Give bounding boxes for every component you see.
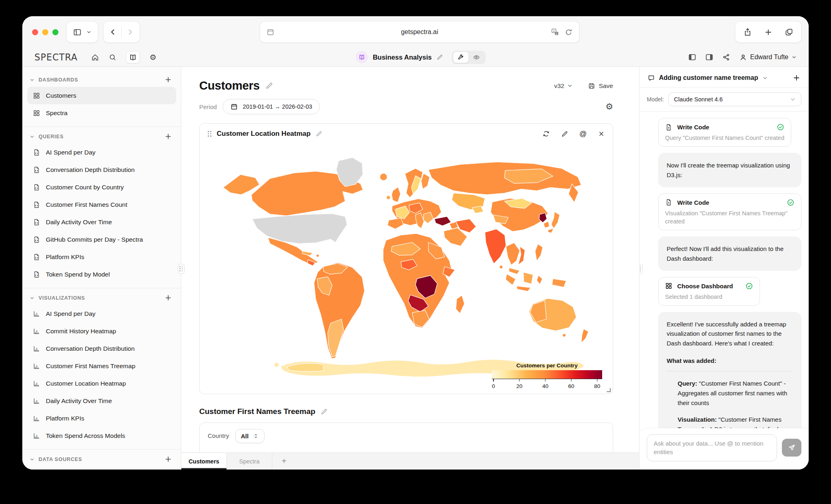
chat-thread-title[interactable]: Adding customer name treemap bbox=[659, 74, 758, 81]
sidebar-item-label: Token Spend Across Models bbox=[46, 432, 125, 440]
forward-icon[interactable] bbox=[126, 28, 134, 36]
add-dashboard-tab-button[interactable]: + bbox=[272, 453, 296, 470]
section-add-button[interactable] bbox=[164, 455, 172, 463]
svg-text:A: A bbox=[553, 30, 555, 33]
section-header[interactable]: QUERIES bbox=[22, 129, 181, 144]
edit-card-title-icon[interactable] bbox=[316, 131, 322, 137]
map-legend: Customers per Country 020406080 bbox=[492, 362, 602, 389]
reload-icon[interactable] bbox=[565, 28, 573, 36]
sidebar-item-platform-kpis[interactable]: Platform KPIs bbox=[27, 410, 176, 427]
tool-name: Write Code bbox=[677, 124, 709, 131]
toggle-right-panel-icon[interactable] bbox=[705, 53, 713, 61]
sidebar-item-ai-spend-per-day[interactable]: AI Spend per Day bbox=[27, 144, 176, 161]
tool-call-card[interactable]: Write CodeQuery "Customer First Names Co… bbox=[658, 118, 791, 147]
dashboard-tab-customers[interactable]: Customers bbox=[181, 453, 227, 470]
success-check-icon bbox=[738, 282, 753, 290]
section-header[interactable]: VISUALIZATIONS bbox=[22, 290, 181, 305]
close-icon[interactable] bbox=[598, 131, 605, 137]
close-window-button[interactable] bbox=[32, 29, 38, 35]
settings-gear-icon[interactable]: ⚙ bbox=[149, 54, 156, 61]
edit-pencil-icon[interactable] bbox=[437, 54, 443, 60]
success-check-icon bbox=[769, 123, 784, 131]
tool-name: Write Code bbox=[677, 199, 709, 206]
sidebar-section-dashboards: DASHBOARDSCustomersSpectra bbox=[22, 70, 181, 124]
edit-chart-icon[interactable] bbox=[561, 131, 568, 137]
sidebar-item-daily-activity-over-time[interactable]: Daily Activity Over Time bbox=[27, 213, 176, 231]
build-mode-button[interactable] bbox=[453, 52, 469, 63]
edit-title-icon[interactable] bbox=[265, 82, 273, 90]
chat-panel-resize-handle[interactable] bbox=[639, 264, 643, 274]
sidebar-item-customers[interactable]: Customers bbox=[27, 87, 176, 104]
world-choropleth-map[interactable]: Customers per Country 020406080 bbox=[200, 142, 613, 394]
sidebar-item-daily-activity-over-time[interactable]: Daily Activity Over Time bbox=[27, 392, 176, 410]
section-header[interactable]: DATA SOURCES bbox=[22, 451, 181, 466]
share-network-icon[interactable] bbox=[722, 53, 730, 61]
sidebar-item-customer-count-by-country[interactable]: Customer Count by Country bbox=[27, 178, 176, 196]
version-dropdown[interactable]: v32 bbox=[554, 82, 573, 90]
legend-title: Customers per Country bbox=[492, 362, 602, 369]
file-plus-icon bbox=[665, 199, 672, 206]
sidebar-item-customer-first-names-count[interactable]: Customer First Names Count bbox=[27, 196, 176, 213]
send-paper-plane-icon bbox=[788, 444, 796, 452]
home-icon[interactable] bbox=[91, 54, 99, 61]
share-icon[interactable] bbox=[743, 28, 752, 36]
dashboard-settings-icon[interactable]: ⚙ bbox=[605, 103, 613, 111]
dashboard-tab-spectra[interactable]: Spectra bbox=[227, 453, 272, 470]
send-button[interactable] bbox=[782, 439, 801, 457]
back-icon[interactable] bbox=[109, 28, 117, 36]
book-open-icon bbox=[129, 54, 137, 61]
sidebar-item-github-commits-per-day-spectra[interactable]: GitHub Commits per Day - Spectra bbox=[27, 231, 176, 248]
sidebar-item-platform-kpis[interactable]: Platform KPIs bbox=[27, 248, 176, 266]
save-button[interactable]: Save bbox=[588, 82, 613, 90]
mention-icon[interactable]: @ bbox=[579, 130, 587, 137]
library-nav-active[interactable] bbox=[126, 51, 140, 63]
sidebar-item-customer-location-heatmap[interactable]: Customer Location Heatmap bbox=[27, 375, 176, 392]
up-down-chevrons-icon bbox=[253, 433, 259, 439]
query-file-icon bbox=[33, 271, 40, 278]
section-add-button[interactable] bbox=[164, 76, 172, 84]
tool-call-card[interactable]: Write CodeVisualization "Customer First … bbox=[658, 193, 801, 231]
tool-call-card[interactable]: Choose DashboardSelected 1 dashboard bbox=[658, 277, 760, 306]
maximize-window-button[interactable] bbox=[52, 29, 58, 35]
toggle-left-panel-icon[interactable] bbox=[688, 53, 696, 61]
sidebar-item-token-spend-by-model[interactable]: Token Spend by Model bbox=[27, 266, 176, 283]
sidebar-item-conversation-depth-distribution[interactable]: Conversation Depth Distribution bbox=[27, 340, 176, 357]
preview-mode-button[interactable] bbox=[469, 52, 484, 63]
sidebar-item-conversation-depth-distribution[interactable]: Conversation Depth Distribution bbox=[27, 161, 176, 178]
section-header[interactable]: DASHBOARDS bbox=[22, 72, 181, 87]
sidebar-item-token-spend-across-models[interactable]: Token Spend Across Models bbox=[27, 427, 176, 444]
country-filter-select[interactable]: All bbox=[235, 429, 265, 443]
model-select[interactable]: Claude Sonnet 4.6 bbox=[668, 92, 801, 106]
assistant-message-rich: Excellent! I've successfully added a tre… bbox=[658, 312, 801, 434]
browser-sidebar-toggle[interactable] bbox=[67, 21, 98, 43]
new-chat-button[interactable] bbox=[792, 74, 801, 82]
sidebar-resize-handle[interactable] bbox=[178, 264, 185, 274]
address-bar[interactable]: getspectra.ai Ax bbox=[260, 21, 579, 43]
bar-chart-icon bbox=[33, 310, 40, 317]
tab-overview-icon[interactable] bbox=[785, 28, 793, 36]
chevron-down-icon bbox=[790, 97, 796, 102]
new-tab-icon[interactable] bbox=[764, 28, 773, 36]
sidebar-item-spectra[interactable]: Spectra bbox=[27, 104, 176, 122]
refresh-icon[interactable] bbox=[543, 130, 550, 137]
tool-result: Visualization "Customer First Names Tree… bbox=[665, 209, 794, 226]
sidebar-item-commit-history-heatmap[interactable]: Commit History Heatmap bbox=[27, 322, 176, 340]
section-add-button[interactable] bbox=[164, 133, 172, 140]
edit-treemap-title-icon[interactable] bbox=[321, 408, 327, 415]
section-add-button[interactable] bbox=[164, 294, 172, 302]
browser-window-actions bbox=[735, 21, 801, 43]
user-menu[interactable]: Edward Tufte bbox=[739, 54, 797, 61]
chat-messages: Write CodeQuery "Customer First Names Co… bbox=[639, 112, 809, 434]
page-title: Customers bbox=[199, 79, 260, 92]
search-icon[interactable] bbox=[109, 54, 116, 61]
sidebar-item-customer-first-names-treemap[interactable]: Customer First Names Treemap bbox=[27, 357, 176, 375]
chat-input[interactable]: Ask about your data... Use @ to mention … bbox=[647, 434, 777, 462]
card-resize-handle[interactable] bbox=[607, 388, 611, 392]
translate-icon[interactable]: Ax bbox=[551, 28, 559, 36]
drag-handle-icon[interactable] bbox=[208, 131, 211, 137]
svg-text:x: x bbox=[556, 32, 558, 35]
sidebar-item-ai-spend-per-day[interactable]: AI Spend per Day bbox=[27, 305, 176, 322]
query-file-icon bbox=[33, 201, 40, 208]
period-range-picker[interactable]: 2019-01-01 → 2026-02-03 bbox=[223, 99, 320, 114]
minimize-window-button[interactable] bbox=[42, 29, 48, 35]
